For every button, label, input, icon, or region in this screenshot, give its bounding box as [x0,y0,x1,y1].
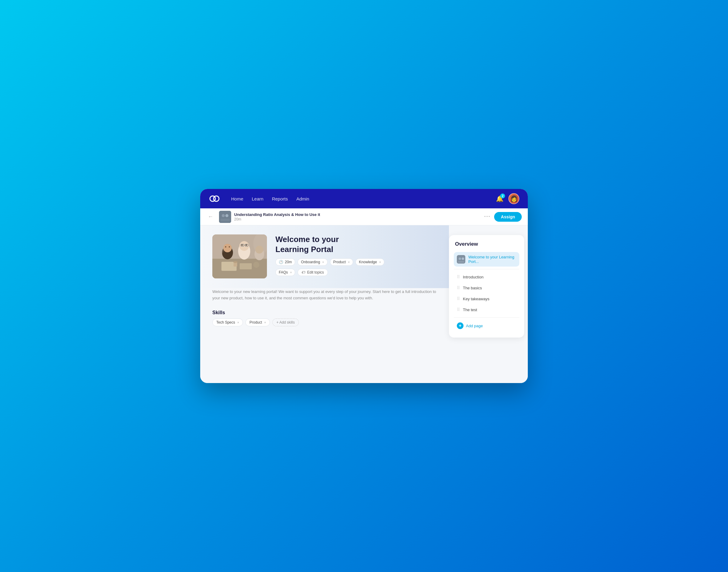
skills-section: Skills Tech Specs × Product × + Add skil… [212,310,437,326]
clock-icon: 🕐 [279,260,283,264]
svg-point-3 [222,214,225,217]
svg-point-23 [253,262,259,268]
main-content: Welcome to your Learning Portal 🕐 20m On… [200,225,528,383]
drag-handle-icon: ⠿ [457,307,460,312]
svg-point-29 [459,258,461,260]
top-nav: Home Learn Reports Admin 🔔 2 [200,189,528,208]
overview-item-thumb [457,255,465,264]
toolbar: ← Understanding Ratio Analysis & How to … [200,208,528,225]
logo[interactable] [209,193,220,204]
tags-row-2: FAQs × 🏷 Edit topics [275,269,437,276]
tag-icon: 🏷 [301,270,305,275]
svg-point-30 [462,258,464,260]
add-skills-button[interactable]: + Add skills [272,318,298,326]
overview-divider [454,269,519,269]
tag-faqs[interactable]: FAQs × [275,269,295,276]
tag-remove[interactable]: × [290,271,292,274]
skill-remove[interactable]: × [264,320,266,324]
course-duration: 20m [234,217,484,221]
tag-remove[interactable]: × [322,260,324,264]
overview-divider-2 [454,317,519,317]
svg-rect-22 [240,263,252,269]
overview-title: Overview [454,241,519,247]
notifications-bell[interactable]: 🔔 2 [496,195,504,202]
overview-panel: Overview Welcome to your Learning Port..… [449,225,528,383]
svg-point-9 [223,244,232,252]
hero-image [212,234,267,278]
overview-item-2[interactable]: ⠿ The basics [454,283,519,293]
skills-title: Skills [212,310,437,315]
nav-admin[interactable]: Admin [296,196,309,201]
svg-point-4 [225,214,228,217]
toolbar-right: ··· Assign [484,212,522,222]
overview-item-label-3: Key takeaways [463,297,516,301]
tag-knowledge[interactable]: Knowledge × [356,259,384,266]
notification-badge: 2 [500,194,505,198]
hero-section: Welcome to your Learning Portal 🕐 20m On… [212,234,437,279]
app-window: Home Learn Reports Admin 🔔 2 ← [200,189,528,383]
add-skills-label: + Add skills [276,320,295,325]
overview-item-label-0: Welcome to your Learning Port... [468,255,516,264]
svg-point-27 [212,237,224,256]
nav-learn[interactable]: Learn [252,196,263,201]
tag-label: Product [334,260,346,264]
nav-links: Home Learn Reports Admin [231,196,496,201]
svg-point-1 [214,196,219,201]
nav-reports[interactable]: Reports [272,196,288,201]
tag-remove[interactable]: × [379,260,381,264]
assign-button[interactable]: Assign [494,212,522,222]
course-thumb-inner [219,211,231,223]
svg-point-11 [229,246,230,247]
duration-tag: 🕐 20m [275,259,295,266]
hero-image-inner [212,234,267,278]
overview-card: Overview Welcome to your Learning Port..… [449,235,524,338]
drag-handle-icon: ⠿ [457,296,460,301]
duration-value: 20m [285,260,292,264]
skill-remove[interactable]: × [237,320,239,324]
skill-tech-specs[interactable]: Tech Specs × [212,318,243,326]
overview-item-0[interactable]: Welcome to your Learning Port... [454,252,519,267]
tag-label: Onboarding [301,260,320,264]
tag-remove[interactable]: × [348,260,350,264]
avatar[interactable] [508,193,519,204]
course-thumbnail [219,211,231,223]
nav-home[interactable]: Home [231,196,243,201]
tag-product[interactable]: Product × [330,259,353,266]
nav-right: 🔔 2 [496,193,519,204]
overview-item-label-1: Introduction [463,275,516,279]
tags-row: 🕐 20m Onboarding × Product × Knowledg [275,259,437,266]
add-page-button[interactable]: + Add page [454,320,519,332]
back-button[interactable]: ← [206,213,215,221]
svg-rect-24 [233,262,237,267]
svg-rect-31 [458,261,464,263]
tag-label: FAQs [279,270,288,275]
svg-point-14 [241,244,243,246]
avatar-image [509,194,519,204]
course-info: Understanding Ratio Analysis & How to Us… [234,212,484,221]
tag-onboarding[interactable]: Onboarding × [298,259,327,266]
svg-point-15 [246,244,247,246]
skill-product[interactable]: Product × [245,318,270,326]
overview-item-3[interactable]: ⠿ Key takeaways [454,294,519,304]
skills-row: Tech Specs × Product × + Add skills [212,318,437,326]
content-area: Welcome to your Learning Portal 🕐 20m On… [200,225,449,383]
edit-topics-button[interactable]: 🏷 Edit topics [298,269,327,276]
add-page-icon: + [457,323,463,329]
drag-handle-icon: ⠿ [457,285,460,290]
svg-point-10 [225,246,226,247]
more-options-button[interactable]: ··· [484,214,491,220]
edit-topics-label: Edit topics [307,270,324,275]
overview-item-label-4: The test [463,307,516,312]
tag-label: Knowledge [359,260,377,264]
overview-item-1[interactable]: ⠿ Introduction [454,272,519,282]
skill-label: Tech Specs [216,320,235,325]
overview-item-4[interactable]: ⠿ The test [454,304,519,315]
svg-point-25 [233,261,237,263]
drag-handle-icon: ⠿ [457,275,460,279]
course-description: Welcome to your new learning portal! We … [212,289,437,301]
overview-item-label-2: The basics [463,286,516,290]
skill-label: Product [249,320,262,325]
add-page-label: Add page [466,324,483,328]
hero-text: Welcome to your Learning Portal 🕐 20m On… [275,234,437,279]
svg-rect-5 [221,219,230,221]
